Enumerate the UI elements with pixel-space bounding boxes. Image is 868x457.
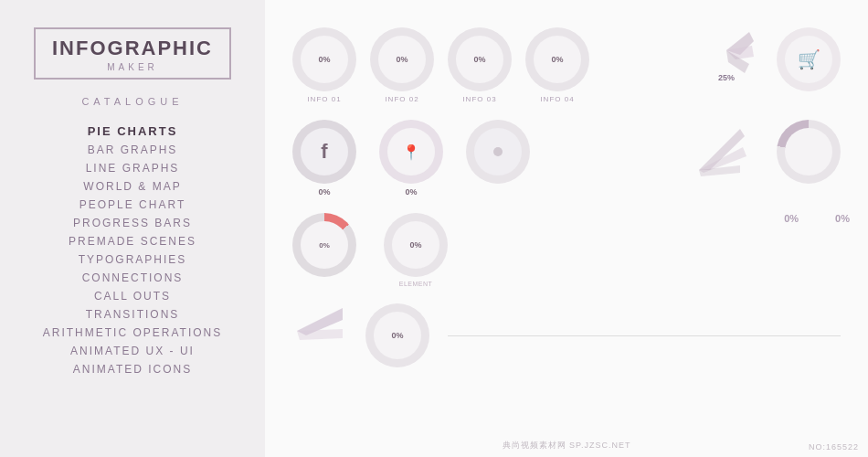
info-1: INFO 01 bbox=[307, 95, 341, 103]
circle-inner-2: 0% bbox=[378, 36, 426, 83]
fb-pct: 0% bbox=[318, 187, 330, 197]
chart-row-1: 0% INFO 01 0% INFO 02 0% INFO 03 bbox=[292, 27, 850, 103]
heart-circle-inner: 📍 bbox=[387, 128, 435, 175]
chart-row-2: f 0% 📍 0% bbox=[292, 120, 850, 197]
circle-inner-4: 0% bbox=[534, 36, 581, 83]
circle-wrap-2: 0% bbox=[370, 27, 434, 91]
heart-circle: 📍 0% bbox=[379, 120, 443, 197]
nav-item-arithmetic[interactable]: ARITHMETIC OPERATIONS bbox=[18, 324, 247, 342]
red-pie-chart: 0% bbox=[292, 213, 356, 277]
divider-row4 bbox=[448, 335, 841, 336]
pie-chart-2: 0% INFO 02 bbox=[370, 27, 434, 103]
cart-circle-inner: 🛒 bbox=[785, 36, 832, 83]
pct-r3-1: 0% bbox=[784, 213, 799, 224]
nav-item-world-map[interactable]: WORLD & MAP bbox=[18, 177, 247, 196]
watermark: 典尚视频素材网 SP.JZSC.NET bbox=[265, 440, 868, 452]
nav-item-premade-scenes[interactable]: PREMADE SCENES bbox=[18, 232, 247, 250]
cart-circle: 🛒 bbox=[777, 27, 841, 91]
circle-inner-3: 0% bbox=[456, 36, 503, 83]
pie-chart-4: 0% INFO 04 bbox=[525, 27, 589, 103]
pie-chart-3: 0% INFO 03 bbox=[448, 27, 512, 103]
cart-pct: 25% bbox=[718, 73, 735, 82]
circle-wrap-4: 0% bbox=[525, 27, 589, 91]
empty-pie-inner-row3: 0% bbox=[392, 221, 439, 269]
info-4: INFO 04 bbox=[540, 95, 574, 103]
id-badge: NO:165522 bbox=[809, 442, 859, 452]
circle-wrap-1: 0% bbox=[292, 27, 356, 91]
pct-1: 0% bbox=[318, 55, 330, 64]
nav-item-bar-graphs[interactable]: BAR GRAPHS bbox=[18, 141, 247, 159]
nav-item-connections[interactable]: CONNECTIONS bbox=[18, 269, 247, 287]
nav-item-transitions[interactable]: TRANSITIONS bbox=[18, 305, 247, 324]
empty-pie-info-row3: ELEMENT bbox=[399, 281, 433, 287]
chart-row-3: 0% 0% ELEMENT 0% 0% bbox=[292, 213, 850, 287]
fan-row4 bbox=[292, 303, 347, 362]
facebook-icon: f bbox=[321, 140, 327, 164]
empty-pie-row3: 0% ELEMENT bbox=[384, 213, 448, 287]
row3-percents: 0% 0% bbox=[784, 213, 850, 224]
pie-row4-inner: 0% bbox=[374, 312, 421, 359]
nav-item-people-chart[interactable]: PEOPLE CHART bbox=[18, 196, 247, 214]
info-2: INFO 02 bbox=[385, 95, 418, 103]
nav-item-pie-charts[interactable]: PIE CHARTS bbox=[18, 122, 247, 141]
red-pie-wrap: 0% bbox=[292, 213, 356, 277]
nav-item-progress-bars[interactable]: PROGRESS BARS bbox=[18, 214, 247, 232]
info-3: INFO 03 bbox=[462, 95, 496, 103]
nav-item-animated-ux[interactable]: ANIMATED UX - UI bbox=[18, 342, 247, 360]
pct-r3-2: 0% bbox=[835, 213, 850, 224]
cart-icon: 🛒 bbox=[798, 48, 820, 70]
empty-pie-wrap-row3: 0% bbox=[384, 213, 448, 277]
fan-row4-icon bbox=[292, 303, 347, 358]
heart-pct: 0% bbox=[405, 187, 417, 197]
partial-pie-row2 bbox=[777, 120, 841, 184]
chart-row-4: 0% bbox=[292, 303, 850, 367]
partial-pie-wrap-row2 bbox=[777, 120, 841, 184]
nav-item-animated-icons[interactable]: ANIMATED ICONS bbox=[18, 360, 247, 378]
circle-inner-1: 0% bbox=[301, 36, 348, 83]
logo-box: INFOGRAPHIC MAKER bbox=[34, 27, 231, 80]
pie-row4-wrap: 0% bbox=[365, 303, 429, 367]
circle-wrap-3: 0% bbox=[448, 27, 512, 91]
fb-circle: f 0% bbox=[292, 120, 356, 197]
main-content: 0% INFO 01 0% INFO 02 0% INFO 03 bbox=[265, 0, 868, 457]
sidebar: INFOGRAPHIC MAKER CATALOGUE PIE CHARTS B… bbox=[0, 0, 265, 457]
partial-pie-inner-row2 bbox=[785, 128, 832, 175]
red-pie-pct: 0% bbox=[319, 241, 330, 250]
nav-item-typographies[interactable]: TYPOGRAPHIES bbox=[18, 250, 247, 269]
fan-icon bbox=[699, 27, 754, 73]
nav-list: PIE CHARTS BAR GRAPHS LINE GRAPHS WORLD … bbox=[18, 122, 247, 378]
fan-right-icon bbox=[690, 120, 749, 179]
fan-right-row2 bbox=[690, 120, 749, 179]
pct-3: 0% bbox=[473, 55, 485, 64]
pct-2: 0% bbox=[396, 55, 408, 64]
nav-item-line-graphs[interactable]: LINE GRAPHS bbox=[18, 159, 247, 177]
catalogue-label: CATALOGUE bbox=[81, 96, 183, 107]
cart-circle-wrap: 🛒 bbox=[777, 27, 841, 91]
dot-circle-inner bbox=[474, 128, 522, 175]
fb-circle-inner: f bbox=[301, 128, 348, 175]
pie-chart-1: 0% INFO 01 bbox=[292, 27, 356, 103]
logo-title: INFOGRAPHIC bbox=[52, 37, 213, 60]
pie-row4: 0% bbox=[365, 303, 429, 367]
nav-item-call-outs[interactable]: CALL OUTS bbox=[18, 287, 247, 305]
logo-subtitle: MAKER bbox=[52, 62, 213, 72]
heart-circle-wrap: 📍 bbox=[379, 120, 443, 184]
dot-circle bbox=[466, 120, 530, 184]
empty-pie-pct-row3: 0% bbox=[409, 240, 421, 250]
pie-row4-pct: 0% bbox=[391, 331, 403, 340]
fb-circle-wrap: f bbox=[292, 120, 356, 184]
dot-icon bbox=[493, 147, 503, 156]
pct-4: 0% bbox=[551, 55, 563, 64]
cart-area: 25% bbox=[699, 27, 754, 82]
dot-circle-wrap bbox=[466, 120, 530, 184]
red-pie-inner: 0% bbox=[301, 221, 348, 269]
heart-icon: 📍 bbox=[402, 143, 420, 161]
